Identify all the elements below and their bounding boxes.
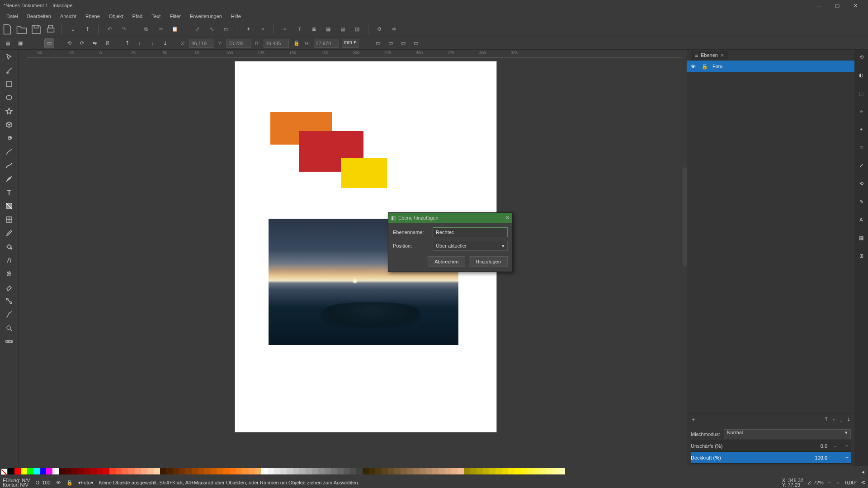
rotate-cw-button[interactable]: ⟳ [77,38,87,48]
cut-button[interactable]: ✂ [155,24,166,35]
layer-position-select[interactable]: Über aktueller▾ [433,241,508,251]
zoom-page-button[interactable]: ▭ [221,24,231,35]
color-swatch[interactable] [255,468,261,474]
color-swatch[interactable] [242,468,249,474]
ruler-vertical[interactable] [27,58,36,466]
color-swatch[interactable] [27,468,33,474]
color-swatch[interactable] [394,468,401,474]
menu-path[interactable]: Pfad [128,13,147,20]
color-swatch[interactable] [261,468,268,474]
text-tool-quick-button[interactable]: T [294,24,305,35]
color-swatch[interactable] [185,468,192,474]
menu-layer[interactable]: Ebene [81,13,104,20]
window-minimize-button[interactable]: — [810,1,828,10]
color-swatch[interactable] [268,468,274,474]
color-swatch[interactable] [65,468,71,474]
color-swatch[interactable] [445,468,451,474]
raise-layer-top-button[interactable]: ⤒ [824,417,828,422]
color-swatch[interactable] [280,468,287,474]
unit-select[interactable]: mm ▾ [342,39,359,48]
layers-tab[interactable]: ≣ Ebenen ✕ [691,51,728,60]
dock-button-9[interactable]: ✎ [857,197,866,206]
dock-button-7[interactable]: ⤢ [857,161,866,170]
measure-tool[interactable] [3,336,15,347]
transform-button[interactable]: ▤ [337,24,348,35]
color-swatch[interactable] [179,468,185,474]
3dbox-tool[interactable] [3,119,15,130]
color-swatch[interactable] [318,468,325,474]
trace-button[interactable]: ▥ [352,24,363,35]
color-swatch[interactable] [249,468,255,474]
color-swatch[interactable] [476,468,483,474]
raise-top-button[interactable]: ⤒ [122,38,132,48]
color-swatch[interactable] [502,468,508,474]
duplicate-button[interactable]: ✦ [243,24,254,35]
dock-button-8[interactable]: ⟲ [857,179,866,188]
menu-text[interactable]: Text [147,13,165,20]
dock-button-10[interactable]: A [857,215,866,224]
color-swatch[interactable] [514,468,521,474]
color-swatch[interactable] [141,468,147,474]
color-swatch[interactable] [521,468,527,474]
color-swatch[interactable] [331,468,337,474]
dock-button-2[interactable]: ◐ [857,70,866,80]
lower-bottom-button[interactable]: ⤓ [160,38,170,48]
color-swatch[interactable] [230,468,236,474]
connector-tool[interactable] [3,296,15,306]
zoom-selection-button[interactable]: ⤢ [192,24,203,35]
dialog-close-icon[interactable]: ✕ [505,215,509,221]
color-swatch[interactable] [135,468,141,474]
current-layer-indicator[interactable]: ▾Foto▾ [78,480,94,486]
color-swatch[interactable] [109,468,116,474]
dock-button-12[interactable]: ⊞ [857,251,866,260]
color-swatch[interactable] [470,468,476,474]
eraser-tool[interactable] [3,282,15,293]
color-swatch[interactable] [344,468,350,474]
clone-button[interactable]: ✧ [257,24,268,35]
flip-h-button[interactable]: ⇋ [90,38,99,48]
raise-button[interactable]: ↑ [135,38,145,48]
color-swatch[interactable] [21,468,27,474]
zoom-tool[interactable] [3,323,15,333]
color-swatch[interactable] [533,468,540,474]
ruler-horizontal[interactable]: -50-250255075100125150175200225250275300… [36,50,682,58]
color-swatch[interactable] [40,468,46,474]
ellipse-tool[interactable] [3,92,15,103]
xml-editor-button[interactable]: ▦ [323,24,334,35]
flip-v-button[interactable]: ⇵ [102,38,112,48]
opacity-short-value[interactable]: 100 [42,480,50,485]
visibility-icon[interactable]: 👁 [691,64,697,69]
dropper-tool[interactable] [3,228,15,239]
color-swatch[interactable] [287,468,293,474]
dock-button-1[interactable]: ⟲ [857,52,866,61]
color-swatch[interactable] [483,468,489,474]
color-swatch[interactable] [128,468,135,474]
color-swatch[interactable] [192,468,198,474]
color-swatch[interactable] [325,468,331,474]
h-input[interactable] [314,39,339,48]
color-swatch[interactable] [154,468,160,474]
menu-extensions[interactable]: Erweiterungen [185,13,226,20]
align-button[interactable]: ≣ [308,24,319,35]
color-swatch[interactable] [211,468,217,474]
color-swatch[interactable] [84,468,90,474]
color-swatch[interactable] [223,468,230,474]
blend-mode-select[interactable]: Normal ▾ [724,429,851,439]
spray-tool[interactable] [3,268,15,279]
color-swatch[interactable] [369,468,375,474]
rectangle-tool[interactable] [3,79,15,89]
color-swatch[interactable] [552,468,559,474]
new-document-button[interactable] [2,24,13,35]
remove-layer-button[interactable]: − [700,417,703,422]
canvas[interactable]: ◧ Ebene hinzufügen ✕ Ebenenname: Positio… [54,60,677,463]
print-button[interactable] [45,24,56,35]
menu-view[interactable]: Ansicht [56,13,81,20]
w-input[interactable] [264,39,289,48]
color-swatch[interactable] [451,468,458,474]
scale-gradient-button[interactable]: ▭ [398,38,408,48]
color-swatch[interactable] [388,468,394,474]
selector-tool[interactable] [3,52,15,62]
color-swatch[interactable] [78,468,84,474]
add-button[interactable]: Hinzufügen [469,256,508,267]
color-swatch[interactable] [147,468,154,474]
